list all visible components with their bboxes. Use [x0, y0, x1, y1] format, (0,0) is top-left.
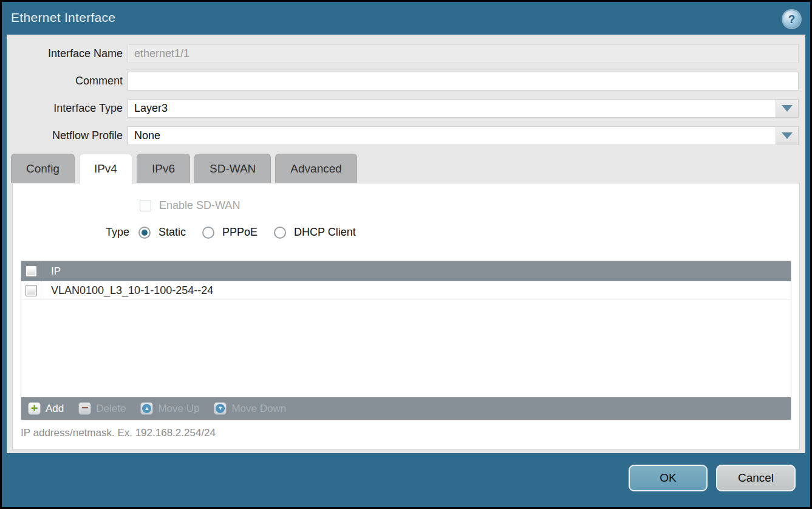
radio-unselected-icon — [274, 227, 286, 239]
dialog-footer: OK Cancel — [2, 453, 810, 507]
interface-name-label: Interface Name — [7, 44, 123, 63]
arrow-down-icon: ▼ — [214, 402, 227, 415]
help-button[interactable]: ? — [783, 10, 800, 28]
radio-selected-icon — [138, 227, 151, 239]
enable-sdwan-checkbox — [140, 200, 151, 211]
radio-dhcp-client[interactable]: DHCP Client — [274, 226, 356, 239]
minus-icon: − — [78, 402, 91, 415]
ip-table: IP VLAN0100_L3_10-1-100-254--24 + Add — [21, 261, 791, 420]
delete-button: − Delete — [78, 402, 126, 415]
tab-ipv6[interactable]: IPv6 — [137, 154, 190, 183]
table-empty-area — [21, 300, 791, 397]
plus-icon: + — [28, 402, 41, 415]
radio-pppoe[interactable]: PPPoE — [202, 226, 258, 239]
tab-ipv4[interactable]: IPv4 — [79, 154, 132, 184]
cancel-button[interactable]: Cancel — [716, 465, 796, 491]
netflow-profile-dropdown-button[interactable] — [776, 127, 798, 145]
interface-type-dropdown[interactable]: Layer3 — [128, 99, 799, 118]
ip-help-text: IP address/netmask. Ex. 192.168.2.254/24 — [21, 427, 216, 439]
interface-type-dropdown-button[interactable] — [776, 100, 798, 117]
ip-row-value: VLAN0100_L3_10-1-100-254--24 — [41, 284, 213, 297]
chevron-down-icon — [782, 105, 793, 112]
radio-unselected-icon — [202, 227, 214, 239]
arrow-up-icon: ▲ — [140, 402, 153, 415]
netflow-profile-dropdown[interactable]: None — [128, 126, 799, 145]
tab-advanced[interactable]: Advanced — [275, 154, 357, 183]
interface-name-field-wrap — [128, 44, 799, 63]
ethernet-interface-dialog: Ethernet Interface ? Interface Name Comm… — [2, 2, 810, 507]
comment-label: Comment — [7, 72, 123, 91]
ok-button[interactable]: OK — [629, 465, 708, 491]
select-all-checkbox[interactable] — [26, 265, 37, 277]
enable-sdwan-row: Enable SD-WAN — [140, 199, 240, 212]
ip-table-header: IP — [21, 261, 791, 281]
move-down-button: ▼ Move Down — [214, 402, 286, 415]
dialog-body: Interface Name Comment Interface Type La… — [7, 35, 805, 453]
ip-column-header: IP — [41, 265, 61, 278]
add-button[interactable]: + Add — [28, 402, 64, 415]
interface-type-value: Layer3 — [128, 100, 776, 117]
move-up-button: ▲ Move Up — [140, 402, 199, 415]
interface-type-label: Interface Type — [7, 99, 123, 118]
table-toolbar: + Add − Delete ▲ Move Up — [21, 397, 791, 420]
tab-bar: Config IPv4 IPv6 SD-WAN Advanced — [11, 154, 357, 183]
chevron-down-icon — [782, 132, 793, 139]
netflow-profile-value: None — [128, 127, 776, 145]
row-checkbox[interactable] — [26, 285, 37, 296]
enable-sdwan-label: Enable SD-WAN — [159, 199, 240, 212]
comment-field-wrap — [128, 72, 799, 91]
comment-field[interactable] — [128, 72, 799, 91]
dialog-title: Ethernet Interface — [11, 10, 115, 25]
tab-sdwan[interactable]: SD-WAN — [194, 154, 271, 183]
titlebar: Ethernet Interface ? — [2, 2, 810, 35]
type-radio-group: Type Static PPPoE DHCP Client — [13, 226, 372, 239]
netflow-profile-label: Netflow Profile — [7, 126, 123, 145]
radio-static[interactable]: Static — [138, 226, 186, 239]
interface-name-field — [128, 44, 799, 63]
type-label: Type — [13, 226, 129, 239]
tab-config[interactable]: Config — [11, 154, 75, 183]
table-row[interactable]: VLAN0100_L3_10-1-100-254--24 — [21, 281, 791, 300]
help-icon: ? — [788, 13, 796, 25]
ipv4-tab-panel: Enable SD-WAN Type Static PPPoE DHCP Cli… — [12, 183, 800, 449]
